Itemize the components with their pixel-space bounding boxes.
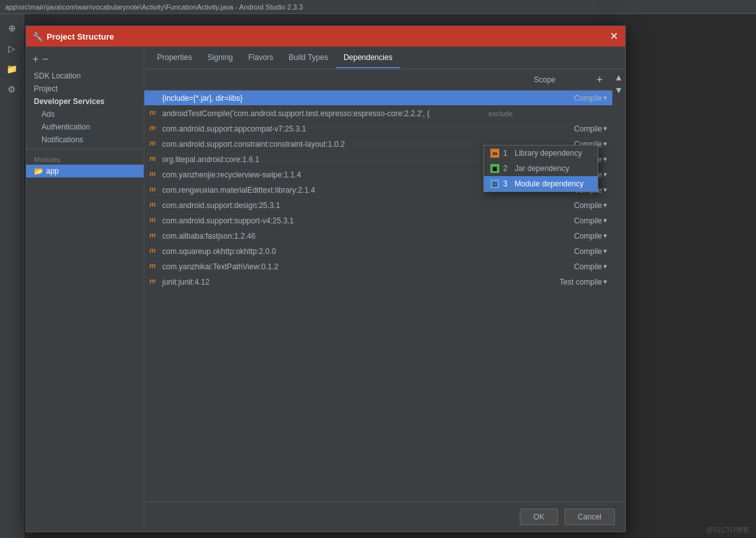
row-icon-0 <box>149 93 160 103</box>
table-container: Scope + {include=[*.jar], dir=libs} Comp… <box>144 70 625 502</box>
table-row[interactable]: m com.android.support:appcompat-v7:25.3.… <box>144 121 612 137</box>
row-name-2: com.android.support:appcompat-v7:25.3.1 <box>162 124 518 133</box>
sidebar-actions: + − <box>26 52 144 70</box>
scope-dropdown-12[interactable]: ▾ <box>603 278 607 286</box>
dialog-main: Properties Signing Flavors Build Types D… <box>144 47 625 532</box>
table-row[interactable]: m com.android.support:design:25.3.1 Comp… <box>144 198 612 213</box>
move-up-button[interactable]: ▲ <box>614 72 623 82</box>
tabs-bar: Properties Signing Flavors Build Types D… <box>144 47 625 70</box>
sidebar-modules-label: Modules <box>26 152 144 165</box>
dropdown-label-module: Module dependency <box>515 179 584 188</box>
row-icon-1: m <box>149 108 160 119</box>
sidebar-item-project[interactable]: Project <box>26 82 144 95</box>
dialog-title-text: Project Structure <box>47 32 114 41</box>
row-scope-2: Compile ▾ <box>518 124 607 133</box>
row-icon-8: m <box>149 216 160 226</box>
tab-flavors[interactable]: Flavors <box>241 48 281 68</box>
sidebar-item-developer-services[interactable]: Developer Services <box>26 95 144 108</box>
table-row[interactable]: m com.alibaba:fastjson:1.2.46 Compile ▾ <box>144 228 612 244</box>
ide-icon-3[interactable]: 📁 <box>3 60 21 78</box>
dropdown-num-3: 3 <box>503 179 511 188</box>
table-row[interactable]: m com.android.support:support-v4:25.3.1 … <box>144 213 612 228</box>
row-name-9: com.alibaba:fastjson:1.2.46 <box>162 232 518 241</box>
tab-build-types[interactable]: Build Types <box>281 48 336 68</box>
row-icon-10: m <box>149 246 160 257</box>
dependency-type-dropdown: m 1 Library dependency ▦ 2 Jar dependenc… <box>483 145 598 192</box>
table-area: Scope + {include=[*.jar], dir=libs} Comp… <box>144 70 612 502</box>
row-scope-12: Test compile ▾ <box>518 278 607 287</box>
row-name-11: com.yanzhikai:TextPathView:0.1.2 <box>162 262 518 271</box>
dropdown-item-jar[interactable]: ▦ 2 Jar dependency <box>484 161 598 176</box>
tab-signing[interactable]: Signing <box>200 48 241 68</box>
table-row[interactable]: m com.squareup.okhttp:okhttp:2.0.0 Compi… <box>144 244 612 259</box>
ide-icon-4[interactable]: ⚙ <box>3 80 21 98</box>
sidebar-add-button[interactable]: + <box>33 54 38 64</box>
row-scope-9: Compile ▾ <box>518 232 607 241</box>
scope-dropdown-8[interactable]: ▾ <box>603 216 607 225</box>
row-icon-7: m <box>149 200 160 211</box>
table-row[interactable]: m com.yanzhikai:TextPathView:0.1.2 Compi… <box>144 259 612 274</box>
sidebar-item-app[interactable]: 📂 app <box>26 165 144 177</box>
dropdown-num-1: 1 <box>503 149 511 158</box>
project-structure-dialog: 🔧 Project Structure ✕ + − SDK Location P… <box>26 26 626 532</box>
dropdown-item-library[interactable]: m 1 Library dependency <box>484 146 598 161</box>
ide-left-panel: ⊕ ▷ 📁 ⚙ <box>0 14 24 538</box>
sidebar-remove-button[interactable]: − <box>42 54 48 64</box>
row-name-6: com.rengwuxian.materialEdittext:library:… <box>162 186 518 195</box>
dropdown-label-library: Library dependency <box>515 149 582 158</box>
row-name-0: {include=[*.jar], dir=libs} <box>162 94 518 103</box>
jar-dep-icon: ▦ <box>490 164 499 173</box>
row-icon-4: m <box>149 154 160 165</box>
row-name-4: org.litepal.android:core:1.6.1 <box>162 155 518 164</box>
row-name-1: androidTestCompile('com.android.support.… <box>162 109 488 118</box>
scope-dropdown-2[interactable]: ▾ <box>603 124 607 133</box>
row-scope-11: Compile ▾ <box>518 262 607 271</box>
row-scope-8: Compile ▾ <box>518 216 607 225</box>
sidebar-item-sdk-location[interactable]: SDK Location <box>26 70 144 82</box>
dialog-sidebar: + − SDK Location Project Developer Servi… <box>26 47 144 532</box>
title-text: app\src\main\java\com\wan\vocabularynote… <box>5 3 303 11</box>
table-row[interactable]: m androidTestCompile('com.android.suppor… <box>144 106 612 121</box>
folder-icon: 📂 <box>34 167 43 176</box>
ok-button[interactable]: OK <box>520 509 557 525</box>
scope-dropdown-5[interactable]: ▾ <box>603 170 607 179</box>
dialog-body: + − SDK Location Project Developer Servi… <box>26 47 625 532</box>
ide-icon-1[interactable]: ⊕ <box>3 19 21 37</box>
row-icon-2: m <box>149 124 160 134</box>
cancel-button[interactable]: Cancel <box>564 509 615 525</box>
scope-dropdown-3[interactable]: ▾ <box>603 140 607 148</box>
sidebar-item-ads[interactable]: Ads <box>26 108 144 121</box>
dropdown-item-module[interactable]: ◫ 3 Module dependency <box>484 176 598 191</box>
dialog-footer: OK Cancel <box>144 502 625 532</box>
table-row[interactable]: m junit:junit:4.12 Test compile ▾ <box>144 274 612 290</box>
title-bar: app\src\main\java\com\wan\vocabularynote… <box>0 0 756 14</box>
watermark: @51CTO博客 <box>706 525 750 535</box>
scope-dropdown-9[interactable]: ▾ <box>603 232 607 240</box>
scope-dropdown-4[interactable]: ▾ <box>603 155 607 163</box>
row-icon-9: m <box>149 231 160 241</box>
row-name-7: com.android.support:design:25.3.1 <box>162 201 518 210</box>
table-header: Scope + <box>144 70 612 91</box>
tab-properties[interactable]: Properties <box>149 48 200 68</box>
ide-icon-2[interactable]: ▷ <box>3 40 21 57</box>
module-dep-icon: ◫ <box>490 179 499 188</box>
row-icon-6: m <box>149 185 160 195</box>
dialog-title-left: 🔧 Project Structure <box>33 32 114 41</box>
scope-dropdown-6[interactable]: ▾ <box>603 186 607 194</box>
scope-dropdown-10[interactable]: ▾ <box>603 247 607 255</box>
scope-dropdown-0[interactable]: ▾ <box>603 94 607 102</box>
sidebar-item-notifications[interactable]: Notifications <box>26 133 144 146</box>
scope-dropdown-11[interactable]: ▾ <box>603 262 607 271</box>
side-arrows: ▲ ▼ <box>612 70 625 502</box>
tab-dependencies[interactable]: Dependencies <box>336 48 400 68</box>
move-down-button[interactable]: ▼ <box>614 85 623 95</box>
scope-dropdown-7[interactable]: ▾ <box>603 201 607 209</box>
row-icon-5: m <box>149 170 160 180</box>
sidebar-item-authentication[interactable]: Authentication <box>26 121 144 133</box>
dropdown-label-jar: Jar dependency <box>515 164 569 173</box>
table-row[interactable]: {include=[*.jar], dir=libs} Compile ▾ <box>144 91 612 106</box>
dialog-close-button[interactable]: ✕ <box>609 31 619 41</box>
row-name-5: com.yanzhenjie:recyclerview-swipe:1.1.4 <box>162 170 518 179</box>
row-scope-0: Compile ▾ <box>518 94 607 103</box>
table-add-button[interactable]: + <box>592 72 607 87</box>
